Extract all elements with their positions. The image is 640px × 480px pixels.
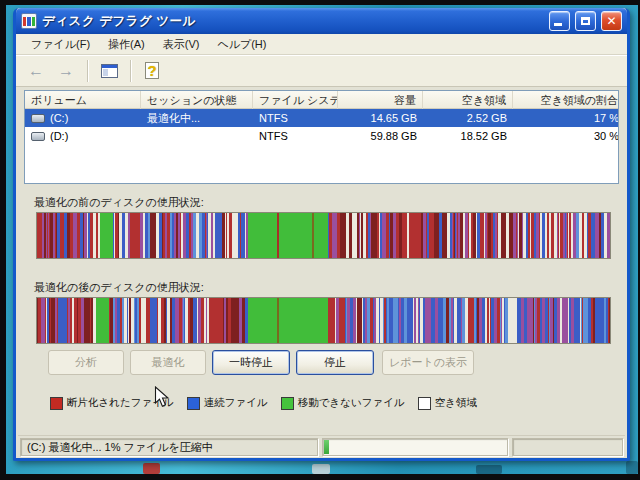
- maximize-icon: [581, 17, 590, 25]
- legend-unmovable: 移動できないファイル: [281, 396, 405, 410]
- usage-segment-green: [314, 213, 328, 258]
- monitor-screen: ディスク デフラグ ツール ✕ ファイル(F) 操作(A) 表示(V) ヘルプ(…: [6, 5, 638, 474]
- view-report-button: レポートの表示: [382, 350, 474, 375]
- defrag-progress-bar: [322, 438, 508, 456]
- volume-name: (D:): [50, 127, 68, 145]
- usage-segment-red: [209, 298, 223, 343]
- window-body: ファイル(F) 操作(A) 表示(V) ヘルプ(H) ← → ? ボリューム セ…: [16, 34, 627, 458]
- list-header: ボリューム セッションの状態 ファイル システム 容量 空き領域 空き領域の割合: [25, 91, 618, 109]
- free-percent: 30 %: [513, 127, 619, 145]
- usage-segment-red: [328, 298, 335, 343]
- legend-free-space: 空き領域: [418, 396, 477, 410]
- usage-segment-blue: [58, 298, 68, 343]
- menu-help[interactable]: ヘルプ(H): [208, 35, 275, 54]
- free-percent: 17 %: [513, 109, 619, 127]
- toolbar-separator: [87, 60, 88, 82]
- volume-row-d[interactable]: (D:) NTFS 59.88 GB 18.52 GB 30 %: [25, 127, 618, 145]
- legend-contiguous: 連続ファイル: [187, 396, 268, 410]
- column-header-volume[interactable]: ボリューム: [25, 91, 141, 109]
- usage-segment-green: [100, 213, 113, 258]
- legend: 断片化されたファイル 連続ファイル 移動できないファイル 空き領域: [50, 396, 477, 410]
- menu-file[interactable]: ファイル(F): [22, 35, 99, 54]
- toolbar-separator: [130, 60, 131, 82]
- stop-button[interactable]: 停止: [296, 350, 374, 375]
- desktop-shadow: [626, 461, 638, 474]
- free-space: 18.52 GB: [423, 127, 513, 145]
- menu-bar: ファイル(F) 操作(A) 表示(V) ヘルプ(H): [16, 34, 627, 55]
- drive-icon: [31, 132, 45, 141]
- filesystem: NTFS: [253, 109, 338, 127]
- column-header-free[interactable]: 空き領域: [423, 91, 513, 109]
- free-space-color-swatch: [418, 397, 431, 410]
- desktop-shadow: [476, 465, 502, 474]
- maximize-button[interactable]: [575, 11, 596, 31]
- usage-segment-stripes: [328, 213, 518, 258]
- session-status: 最適化中...: [141, 109, 253, 127]
- column-header-session[interactable]: セッションの状態: [141, 91, 253, 109]
- usage-segment-white: [508, 298, 517, 343]
- forward-button[interactable]: →: [54, 59, 78, 83]
- free-space: 2.52 GB: [423, 109, 513, 127]
- defrag-window: ディスク デフラグ ツール ✕ ファイル(F) 操作(A) 表示(V) ヘルプ(…: [13, 8, 630, 461]
- back-button[interactable]: ←: [24, 59, 48, 83]
- pause-button[interactable]: 一時停止: [212, 350, 290, 375]
- close-button[interactable]: ✕: [601, 11, 622, 31]
- console-tree-button[interactable]: [97, 59, 121, 83]
- capacity: 59.88 GB: [338, 127, 423, 145]
- status-text: (C:) 最適化中... 1% ファイルを圧縮中: [20, 438, 318, 456]
- defrag-progress-fill: [324, 440, 329, 454]
- fragmented-color-swatch: [50, 397, 63, 410]
- toolbar: ← → ?: [16, 55, 627, 87]
- menu-view[interactable]: 表示(V): [154, 35, 209, 54]
- console-window-icon: [101, 64, 118, 78]
- status-bar: (C:) 最適化中... 1% ファイルを圧縮中: [18, 435, 625, 457]
- minimize-button[interactable]: [549, 11, 570, 31]
- back-arrow-icon: ←: [28, 63, 44, 79]
- mouse-cursor: [154, 386, 170, 412]
- help-icon: ?: [145, 62, 159, 79]
- desktop-icon: [312, 464, 330, 474]
- close-icon: ✕: [606, 15, 616, 27]
- usage-segment-green: [279, 298, 328, 343]
- contiguous-color-swatch: [187, 397, 200, 410]
- before-usage-label: 最適化の前のディスクの使用状況:: [34, 195, 204, 210]
- usage-segment-green: [248, 213, 277, 258]
- before-usage-bar: [36, 212, 611, 259]
- usage-segment-stripes: [518, 213, 610, 258]
- title-bar[interactable]: ディスク デフラグ ツール ✕: [16, 8, 627, 34]
- after-usage-label: 最適化の後のディスクの使用状況:: [34, 280, 204, 295]
- usage-segment-stripes: [517, 298, 610, 343]
- status-pane-empty: [512, 438, 623, 456]
- defragment-button: 最適化: [130, 350, 206, 375]
- after-usage-bar: [36, 297, 611, 344]
- minimize-icon: [554, 23, 562, 26]
- usage-segment-stripes: [113, 213, 248, 258]
- help-button[interactable]: ?: [140, 59, 164, 83]
- capacity: 14.65 GB: [338, 109, 423, 127]
- defrag-app-icon: [21, 13, 37, 29]
- usage-segment-stripes: [109, 298, 209, 343]
- usage-segment-stripes: [37, 213, 100, 258]
- filesystem: NTFS: [253, 127, 338, 145]
- usage-segment-stripes: [67, 298, 96, 343]
- usage-segment-green: [279, 213, 312, 258]
- column-header-filesystem[interactable]: ファイル システム: [253, 91, 338, 109]
- usage-segment-green: [96, 298, 109, 343]
- unmovable-color-swatch: [281, 397, 294, 410]
- volume-row-c[interactable]: (C:) 最適化中... NTFS 14.65 GB 2.52 GB 17 %: [25, 109, 618, 127]
- usage-segment-stripes: [223, 298, 248, 343]
- usage-segment-stripes: [335, 298, 508, 343]
- column-header-capacity[interactable]: 容量: [338, 91, 423, 109]
- volume-list: ボリューム セッションの状態 ファイル システム 容量 空き領域 空き領域の割合…: [24, 90, 619, 184]
- usage-segment-stripes: [37, 298, 58, 343]
- window-title: ディスク デフラグ ツール: [42, 13, 544, 30]
- usage-segment-green: [248, 298, 277, 343]
- volume-name: (C:): [50, 109, 68, 127]
- menu-action[interactable]: 操作(A): [99, 35, 154, 54]
- desktop-icon: [143, 463, 160, 474]
- column-header-free-pct[interactable]: 空き領域の割合: [513, 91, 619, 109]
- drive-icon: [31, 114, 45, 123]
- analyze-button: 分析: [48, 350, 124, 375]
- forward-arrow-icon: →: [58, 63, 74, 79]
